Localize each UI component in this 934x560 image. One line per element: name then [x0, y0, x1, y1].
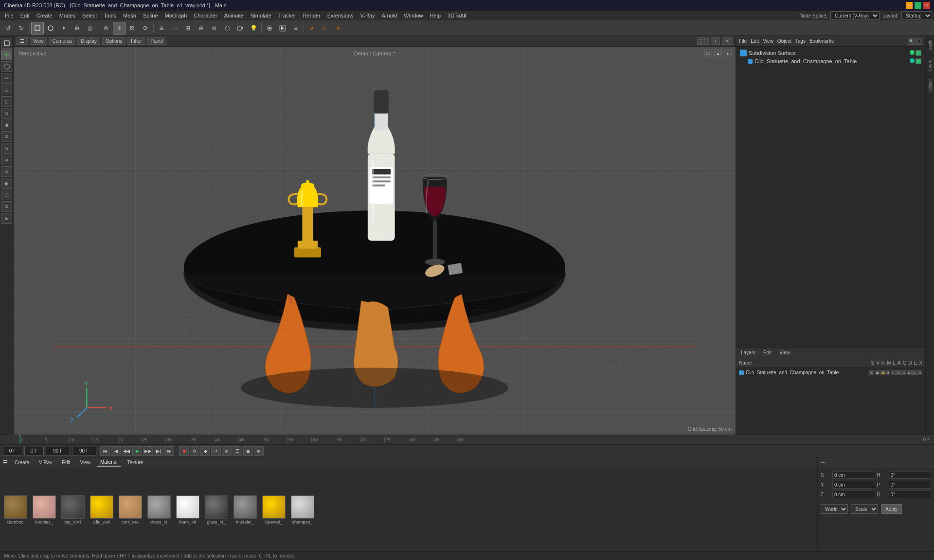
minimize-button[interactable]: ─: [906, 2, 913, 9]
go-end-btn[interactable]: ⏭: [164, 446, 174, 456]
primitive-button[interactable]: [155, 22, 168, 35]
mat-tab-material[interactable]: Material: [97, 458, 121, 467]
nodespace-select[interactable]: Current (V-Ray): [830, 11, 880, 20]
layer-solo-icon[interactable]: M: [885, 370, 890, 375]
vp-camera-icon[interactable]: ↑: [711, 37, 720, 45]
layer-gen-icon[interactable]: A: [896, 370, 901, 375]
sidebar-polygon-icon[interactable]: [1, 61, 12, 72]
layer-render-icon[interactable]: ◉: [875, 370, 880, 375]
apply-button[interactable]: Apply: [881, 504, 902, 514]
mat-tab-vray[interactable]: V-Ray: [36, 459, 55, 466]
model-mode-button[interactable]: [31, 22, 44, 35]
vp-options-btn[interactable]: Options: [102, 37, 126, 45]
swatch-opened[interactable]: Opened_: [260, 495, 287, 525]
sidebar-knife-icon[interactable]: ✂: [1, 73, 12, 84]
close-button[interactable]: ✕: [923, 2, 930, 9]
world-select[interactable]: World: [821, 504, 848, 514]
vp-render-region[interactable]: ▲: [714, 50, 722, 57]
layer-cache-icon[interactable]: E: [912, 370, 917, 375]
layer-lock-icon[interactable]: 🔒: [880, 370, 885, 375]
rotate-tool-button[interactable]: ⟳: [139, 22, 152, 35]
sidebar-extrude-icon[interactable]: △: [1, 85, 12, 95]
loop-btn[interactable]: ↺: [211, 446, 221, 456]
menu-create[interactable]: Create: [34, 12, 55, 19]
render-button[interactable]: [263, 22, 276, 35]
coord-b-val[interactable]: [889, 490, 932, 498]
menu-3dtoall[interactable]: 3DToAll: [445, 12, 469, 19]
camera-anim-btn[interactable]: ▣: [243, 446, 253, 456]
edge-tab-coord[interactable]: Coord.: [927, 54, 934, 75]
rp-bookmarks[interactable]: Bookmarks: [809, 38, 834, 44]
sidebar-paint-icon[interactable]: ◉: [1, 120, 12, 130]
vp-cameras-btn[interactable]: Cameras: [49, 37, 76, 45]
redo-button[interactable]: ↻: [15, 22, 28, 35]
swatch-drops[interactable]: drops_M: [145, 495, 172, 525]
clio-ctrl1[interactable]: ✓: [916, 58, 921, 64]
menu-tracker[interactable]: Tracker: [275, 12, 299, 19]
sidebar-snapping-icon[interactable]: S: [1, 201, 12, 212]
vp-solo[interactable]: ●: [724, 50, 732, 57]
play-btn[interactable]: ▶: [132, 446, 142, 456]
coord-h-val[interactable]: [889, 471, 932, 479]
menu-file[interactable]: File: [2, 12, 17, 19]
sidebar-loop-icon[interactable]: ⌀: [1, 155, 12, 165]
menu-mograph[interactable]: MoGraph: [162, 12, 190, 19]
vp-filter-btn[interactable]: Filter: [127, 37, 145, 45]
rp-view[interactable]: View: [763, 38, 773, 44]
vp-view-btn[interactable]: View: [30, 37, 47, 45]
menu-simulate[interactable]: Simulate: [248, 12, 274, 19]
vp-close-btn[interactable]: ✕: [722, 37, 733, 45]
swatch-shampan[interactable]: shampan_: [289, 495, 316, 525]
step-fwd-btn[interactable]: ▶|: [154, 446, 163, 456]
play-back-btn[interactable]: ◀◀: [122, 446, 131, 456]
menu-animate[interactable]: Animate: [221, 12, 247, 19]
vp-display-btn[interactable]: Display: [77, 37, 100, 45]
layer-deform-icon[interactable]: G: [901, 370, 906, 375]
menu-modes[interactable]: Modes: [56, 12, 78, 19]
sidebar-sculpt2-icon[interactable]: S: [1, 143, 12, 154]
mat-menu-icon[interactable]: ☰: [3, 459, 8, 466]
render-anim-btn[interactable]: ⊕: [254, 446, 264, 456]
sidebar-symmetry-icon[interactable]: ▣: [1, 178, 12, 189]
layer-extra-icon[interactable]: X: [917, 370, 922, 375]
scale-select[interactable]: Scale: [851, 504, 878, 514]
generator-button[interactable]: ⊞: [181, 22, 194, 35]
rp-object[interactable]: Object: [777, 38, 791, 44]
end-frame-input[interactable]: [46, 447, 70, 455]
swatch-boobies[interactable]: boobies_: [31, 495, 57, 525]
undo-button[interactable]: ↺: [2, 22, 15, 35]
viewport[interactable]: Perspective Default Camera.*: [14, 47, 736, 435]
deformer-button[interactable]: ⊕: [195, 22, 207, 35]
motion-btn[interactable]: ⊛: [222, 446, 232, 456]
edge-mode-button[interactable]: ⊕: [71, 22, 83, 35]
timeline-ruler[interactable]: 0 5 10 15 20 25 30 35 40 45 50 55 60 65 …: [0, 435, 934, 445]
rp-filter-icon[interactable]: ≡: [916, 38, 922, 45]
edge-tab-object[interactable]: Object: [927, 75, 934, 96]
layer-row-clio[interactable]: Clio_Statuette_and_Champagne_on_Table ● …: [737, 369, 924, 376]
keyframe-btn[interactable]: ◆: [200, 446, 210, 456]
rp-tags[interactable]: Tags: [795, 38, 806, 44]
coords-menu-icon[interactable]: ☰: [821, 460, 825, 465]
layer-anim-icon[interactable]: L: [891, 370, 896, 375]
swatch-cork[interactable]: cork_MA: [117, 495, 144, 525]
layers-tab-view[interactable]: View: [777, 349, 792, 356]
field-button[interactable]: ⊛: [208, 22, 220, 35]
menu-vray[interactable]: V-Ray: [358, 12, 378, 19]
record-btn[interactable]: ⏺: [179, 446, 189, 456]
effector-button[interactable]: ⬡: [221, 22, 234, 35]
vp-menu-icon[interactable]: ☰: [17, 37, 28, 45]
menu-extensions[interactable]: Extensions: [324, 12, 357, 19]
layers-tab-edit[interactable]: Edit: [761, 349, 773, 356]
sidebar-grid-icon[interactable]: ⊞: [1, 213, 12, 224]
layout-select[interactable]: Startup: [901, 11, 932, 20]
fps-input[interactable]: [72, 447, 96, 455]
layers-tab-layers[interactable]: Layers: [739, 349, 757, 356]
render-settings-button[interactable]: [276, 22, 289, 35]
render-queue-button[interactable]: ≡: [289, 22, 302, 35]
menu-select[interactable]: Select: [79, 12, 100, 19]
texture-mode-button[interactable]: [44, 22, 57, 35]
clio-visible-dot[interactable]: [910, 58, 915, 63]
menu-mesh[interactable]: Mesh: [120, 12, 139, 19]
sidebar-move-icon[interactable]: [1, 50, 12, 60]
menu-edit[interactable]: Edit: [18, 12, 33, 19]
